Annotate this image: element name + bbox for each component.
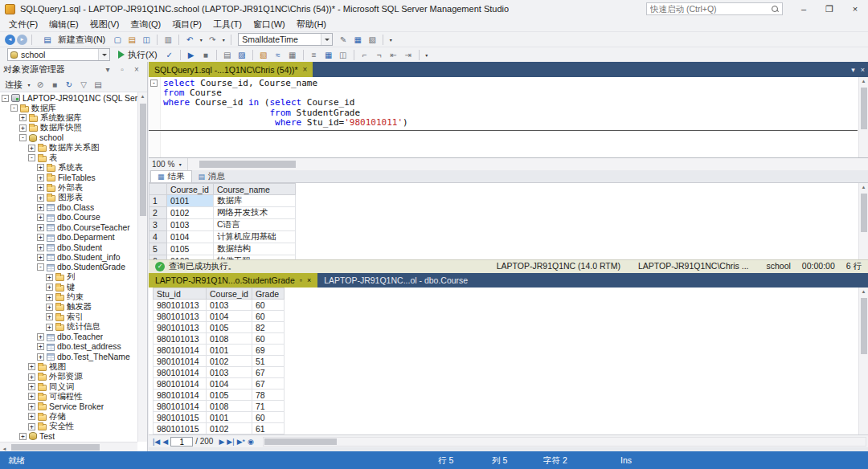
results-row[interactable]: 1 0101 数据库 (149, 195, 296, 207)
expand-glyph[interactable]: + (37, 234, 44, 241)
column-header-grade[interactable]: Grade (252, 288, 284, 300)
cell-course-name[interactable]: 数据库 (214, 195, 296, 207)
row-number[interactable]: 5 (149, 243, 167, 255)
expand-glyph[interactable]: + (37, 224, 44, 231)
quick-launch-box[interactable] (646, 2, 783, 15)
expand-glyph[interactable]: + (28, 403, 35, 410)
include-plan-icon[interactable]: ▧ (257, 49, 270, 61)
cell-course-id[interactable]: 0104 (167, 231, 214, 243)
tab-messages[interactable]: ▤ 消息 (192, 170, 232, 182)
cell-grade[interactable]: 78 (252, 389, 284, 401)
indent-icon[interactable]: ⇥ (402, 49, 415, 61)
filter-icon[interactable]: ▽ (77, 79, 90, 91)
cell-course-id[interactable]: 0104 (207, 378, 252, 389)
tree-item[interactable]: - school (0, 133, 137, 143)
new-record-icon[interactable]: ▶* (237, 438, 245, 446)
scroll-thumb[interactable] (861, 298, 867, 354)
chevron-down-icon[interactable]: ▾ (177, 158, 183, 170)
pin-icon[interactable]: ▫ (300, 276, 302, 284)
tree-item[interactable]: + 存储 (0, 412, 137, 422)
expand-glyph[interactable]: + (46, 304, 53, 311)
redo-dropdown-icon[interactable]: ▾ (220, 34, 227, 46)
cell-stu-id[interactable]: 980101015 (154, 423, 207, 434)
expand-glyph[interactable]: + (28, 383, 35, 390)
tree-item[interactable]: + dbo.CourseTeacher (0, 222, 137, 232)
menu-item[interactable]: 视图(V) (84, 18, 125, 31)
script-icon[interactable]: ✎ (337, 34, 350, 46)
tree-item[interactable]: + 外部资源 (0, 372, 137, 381)
expand-glyph[interactable]: + (46, 283, 53, 291)
close-icon[interactable]: × (842, 0, 868, 18)
grid-row[interactable]: 980101013 0108 60 (154, 333, 285, 345)
cell-stu-id[interactable]: 980101014 (154, 389, 207, 401)
first-record-icon[interactable]: |◀ (153, 438, 160, 446)
expand-glyph[interactable]: + (28, 423, 35, 430)
results-vscrollbar[interactable]: ▲ (858, 183, 868, 259)
tree-item[interactable]: + 索引 (0, 312, 137, 322)
cell-stu-id[interactable]: 980101014 (154, 345, 207, 356)
expand-glyph[interactable]: + (37, 244, 44, 251)
table-data-hscrollbar[interactable] (263, 437, 866, 447)
expand-glyph[interactable]: + (37, 174, 44, 181)
results-text-icon[interactable]: ≡ (308, 49, 321, 61)
last-record-icon[interactable]: ▶| (227, 438, 234, 446)
bottom-document-tab[interactable]: LAPTOP-JR91Q1N...o.StudentGrade ▫ × (149, 273, 317, 288)
cell-grade[interactable]: 67 (252, 367, 284, 378)
sql-editor[interactable]: - select Course_id, Course_name from Cou… (149, 77, 868, 158)
expand-glyph[interactable]: + (19, 433, 27, 440)
tree-item[interactable]: + 键 (0, 282, 137, 292)
row-number[interactable]: 1 (149, 195, 167, 207)
scroll-up-icon[interactable]: ▲ (859, 183, 868, 192)
editor-vscrollbar[interactable]: ▲ (858, 77, 868, 157)
query-options-icon[interactable]: ▤ (221, 49, 234, 61)
scroll-up-icon[interactable]: ▲ (138, 92, 147, 101)
separator[interactable] (419, 50, 420, 60)
tree-item[interactable]: + dbo.Course (0, 213, 137, 222)
separator[interactable] (180, 50, 181, 60)
comment-icon[interactable]: ⌐ (358, 49, 371, 61)
previous-record-icon[interactable]: ◀ (162, 438, 168, 446)
cell-course-id[interactable]: 0101 (207, 412, 252, 423)
tree-item[interactable]: + dbo.Student (0, 243, 137, 252)
tree-item[interactable]: + 外部表 (0, 183, 137, 193)
cell-course-id[interactable]: 0103 (167, 219, 214, 231)
cell-grade[interactable]: 69 (252, 345, 284, 356)
tree-item[interactable]: + 触发器 (0, 302, 137, 312)
grid-row[interactable]: 980101014 0101 69 (154, 345, 285, 356)
tree-item[interactable]: + 统计信息 (0, 322, 137, 332)
table-data-vscrollbar[interactable]: ▲ (858, 288, 868, 434)
grid-row[interactable]: 980101014 0108 71 (154, 401, 285, 412)
tab-results[interactable]: ▦ 结果 (150, 170, 192, 182)
expand-glyph[interactable]: + (37, 333, 44, 341)
cell-stu-id[interactable]: 980101014 (154, 367, 207, 378)
stop-icon[interactable]: ■ (48, 79, 61, 91)
cell-grade[interactable]: 60 (252, 412, 284, 423)
cell-stu-id[interactable]: 980101013 (154, 300, 207, 311)
grid-row[interactable]: 980101014 0103 67 (154, 367, 285, 378)
refresh-icon[interactable]: ↻ (63, 79, 76, 91)
column-header-stu-id[interactable]: Stu_id (154, 288, 207, 300)
cell-course-id[interactable]: 0105 (167, 243, 214, 255)
cell-stu-id[interactable]: 980101015 (154, 412, 207, 423)
cell-stu-id[interactable]: 980101013 (154, 322, 207, 333)
refresh-cell-icon[interactable]: ◉ (248, 438, 254, 446)
object-explorer-vscrollbar[interactable]: ▲ (137, 92, 147, 442)
cell-stu-id[interactable]: 980101014 (154, 378, 207, 389)
menu-item[interactable]: 工具(T) (207, 18, 248, 31)
tree-item[interactable]: - 数据库 (0, 103, 137, 112)
object-explorer-hscrollbar[interactable]: ◄ (0, 442, 137, 451)
row-number[interactable]: 4 (149, 231, 167, 243)
zoom-control[interactable]: 100 % ▾ (149, 158, 188, 170)
tree-item[interactable]: + Test (0, 431, 137, 441)
expand-glyph[interactable]: + (28, 145, 35, 152)
cell-grade[interactable]: 60 (252, 333, 284, 345)
cell-grade[interactable]: 71 (252, 401, 284, 412)
expand-glyph[interactable]: + (37, 164, 44, 171)
quick-launch-input[interactable] (650, 4, 772, 14)
scroll-thumb[interactable] (140, 104, 146, 216)
datatype-combo[interactable]: SmalldateTime (238, 33, 333, 46)
grid-row[interactable]: 980101014 0102 51 (154, 356, 285, 367)
toolbar-overflow-icon[interactable]: ▾ (387, 34, 394, 46)
tree-item[interactable]: + dbo.test_address (0, 342, 137, 352)
tree-item[interactable]: + 系统表 (0, 163, 137, 173)
